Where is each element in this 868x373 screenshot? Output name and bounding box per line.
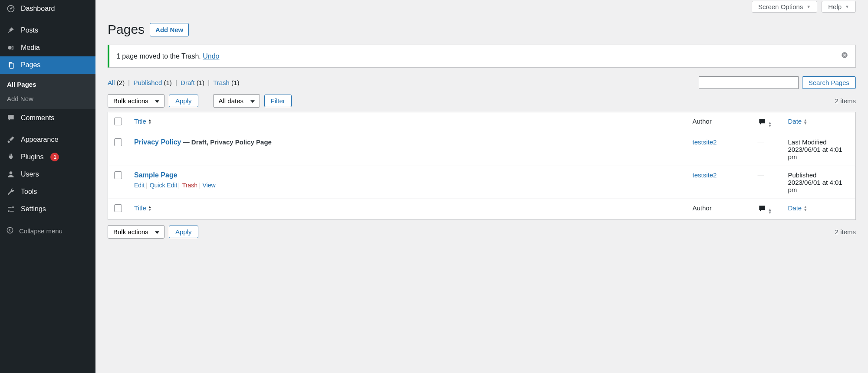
- column-author-bottom: Author: [687, 199, 752, 220]
- column-title-label: Title: [134, 204, 146, 212]
- main-content: Screen Options▼ Help▼ Pages Add New 1 pa…: [95, 0, 868, 373]
- menu-plugins[interactable]: Plugins 1: [0, 148, 95, 166]
- page-title-link[interactable]: Sample Page: [134, 171, 178, 179]
- dismiss-notice-button[interactable]: [841, 51, 848, 61]
- column-author: Author: [687, 112, 752, 133]
- sort-icon: ▲▼: [768, 121, 772, 128]
- menu-label: Users: [21, 170, 39, 178]
- filter-trash-count: (1): [231, 79, 239, 86]
- filter-button[interactable]: Filter: [264, 95, 292, 107]
- select-all-checkbox-bottom[interactable]: [114, 204, 122, 212]
- trash-link[interactable]: Trash: [182, 182, 197, 189]
- filter-draft[interactable]: Draft: [181, 79, 195, 86]
- chevron-down-icon: ▼: [806, 4, 811, 9]
- pin-icon: [6, 26, 16, 35]
- help-button[interactable]: Help▼: [822, 1, 856, 13]
- table-row: Sample Page Edit| Quick Edit| Trash| Vie…: [108, 166, 856, 199]
- menu-label: Media: [21, 44, 40, 52]
- bulk-actions-select[interactable]: Bulk actions: [108, 94, 164, 108]
- bulk-actions-select-bottom[interactable]: Bulk actions: [108, 225, 164, 239]
- row-checkbox[interactable]: [114, 138, 122, 146]
- menu-appearance[interactable]: Appearance: [0, 131, 95, 148]
- filter-all[interactable]: All: [108, 79, 115, 86]
- sort-icon: ▲▼: [148, 206, 152, 212]
- screen-meta: Screen Options▼ Help▼: [108, 0, 856, 17]
- svg-point-1: [10, 8, 11, 9]
- chevron-down-icon: ▼: [845, 4, 849, 9]
- success-notice: 1 page moved to the Trash. Undo: [108, 45, 856, 68]
- help-label: Help: [828, 3, 842, 10]
- collapse-label: Collapse menu: [19, 227, 62, 235]
- screen-options-button[interactable]: Screen Options▼: [752, 1, 817, 13]
- pages-table: Title▲▼ Author ▲▼ Date▲▼ Privacy Policy …: [108, 112, 856, 220]
- item-count-top: 2 items: [835, 97, 856, 105]
- filters-row: All (2) | Published (1) | Draft (1) | Tr…: [108, 76, 856, 89]
- page-title-link[interactable]: Privacy Policy: [134, 138, 181, 146]
- filter-published[interactable]: Published: [133, 79, 162, 86]
- apply-bulk-button[interactable]: Apply: [169, 95, 198, 107]
- select-all-checkbox[interactable]: [114, 118, 122, 125]
- menu-tools[interactable]: Tools: [0, 183, 95, 200]
- author-link[interactable]: testsite2: [693, 138, 717, 146]
- comments-icon[interactable]: [758, 118, 766, 128]
- date-value: 2023/06/01 at 4:01 pm: [788, 179, 850, 193]
- menu-settings[interactable]: Settings: [0, 200, 95, 218]
- plugins-update-badge: 1: [50, 153, 59, 161]
- submenu-all-pages[interactable]: All Pages: [0, 77, 95, 92]
- plug-icon: [6, 153, 16, 161]
- menu-comments[interactable]: Comments: [0, 109, 95, 127]
- notice-text: 1 page moved to the Trash. Undo: [116, 52, 219, 60]
- column-date[interactable]: Date▲▼: [788, 118, 808, 125]
- column-date-label: Date: [788, 118, 802, 125]
- collapse-menu[interactable]: Collapse menu: [0, 222, 95, 240]
- date-status: Published: [788, 171, 850, 179]
- author-link[interactable]: testsite2: [693, 171, 717, 179]
- menu-label: Plugins: [21, 153, 43, 161]
- sort-icon: ▲▼: [803, 119, 807, 125]
- search-button[interactable]: Search Pages: [802, 76, 856, 89]
- menu-pages[interactable]: Pages: [0, 56, 95, 74]
- menu-label: Tools: [21, 188, 37, 196]
- sort-icon: ▲▼: [148, 119, 152, 125]
- apply-bulk-button-bottom[interactable]: Apply: [169, 226, 198, 238]
- svg-point-5: [10, 171, 13, 174]
- sliders-icon: [6, 205, 16, 213]
- row-actions: Edit| Quick Edit| Trash| View: [134, 182, 681, 189]
- menu-users[interactable]: Users: [0, 166, 95, 183]
- menu-posts[interactable]: Posts: [0, 22, 95, 39]
- menu-media[interactable]: Media: [0, 39, 95, 56]
- sort-icon: ▲▼: [803, 206, 807, 212]
- undo-link[interactable]: Undo: [203, 52, 219, 60]
- item-count-bottom: 2 items: [835, 228, 856, 236]
- user-icon: [6, 170, 16, 179]
- column-title[interactable]: Title▲▼: [134, 118, 152, 125]
- tablenav-bottom: Bulk actions Apply 2 items: [108, 225, 856, 239]
- row-checkbox[interactable]: [114, 171, 122, 179]
- edit-link[interactable]: Edit: [134, 182, 145, 189]
- quick-edit-link[interactable]: Quick Edit: [150, 182, 178, 189]
- menu-label: Comments: [21, 114, 54, 122]
- date-status: Last Modified: [788, 138, 850, 146]
- menu-label: Appearance: [21, 136, 58, 144]
- tablenav-top: Bulk actions Apply All dates Filter 2 it…: [108, 94, 856, 108]
- filter-draft-count: (1): [197, 79, 204, 86]
- comment-icon: [6, 114, 16, 122]
- comments-icon[interactable]: [758, 204, 766, 214]
- dates-select[interactable]: All dates: [213, 94, 260, 108]
- add-new-button[interactable]: Add New: [150, 23, 189, 36]
- search-input[interactable]: [699, 76, 799, 89]
- column-date-bottom[interactable]: Date▲▼: [788, 204, 808, 212]
- submenu-add-new[interactable]: Add New: [0, 92, 95, 106]
- menu-label: Dashboard: [21, 5, 55, 13]
- table-row: Privacy Policy — Draft, Privacy Policy P…: [108, 133, 856, 166]
- menu-dashboard[interactable]: Dashboard: [0, 0, 95, 17]
- column-title-label: Title: [134, 118, 146, 125]
- view-link[interactable]: View: [203, 182, 216, 189]
- filter-trash[interactable]: Trash: [213, 79, 230, 86]
- column-title-bottom[interactable]: Title▲▼: [134, 204, 152, 212]
- menu-label: Posts: [21, 26, 38, 34]
- comments-count: —: [758, 171, 764, 179]
- filter-all-count: (2): [117, 79, 125, 86]
- admin-sidebar: Dashboard Posts Media Pages All Pages Ad…: [0, 0, 95, 373]
- media-icon: [6, 43, 16, 52]
